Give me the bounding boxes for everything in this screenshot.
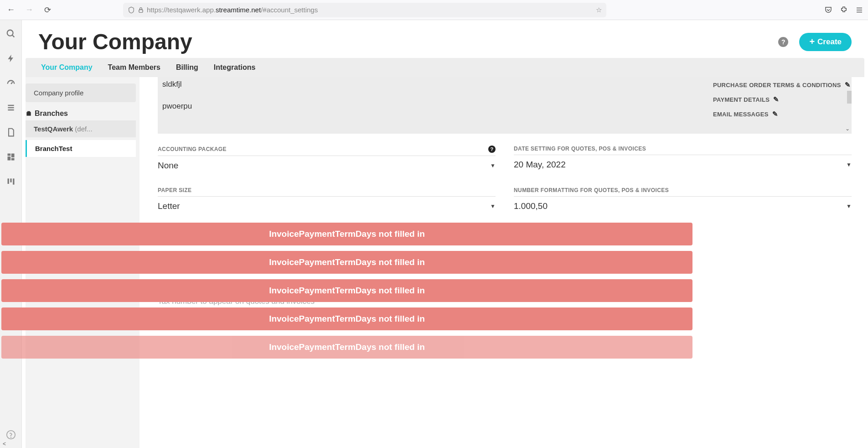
shield-icon — [128, 6, 135, 14]
field-label-date-setting: DATE SETTING FOR QUOTES, POS & INVOICES — [514, 146, 852, 155]
svg-point-18 — [10, 437, 11, 438]
tabs-bar: Your Company Team Members Billing Integr… — [26, 58, 864, 77]
pencil-icon: ✎ — [772, 110, 778, 118]
gauge-icon[interactable] — [5, 78, 16, 89]
chevron-down-icon[interactable]: ⌄ — [845, 125, 850, 132]
browser-chrome: ← → ⟳ https://testqawerk.app.streamtime.… — [0, 0, 868, 20]
branch-item-branchtest[interactable]: BranchTest — [26, 140, 136, 157]
svg-rect-10 — [7, 154, 10, 156]
extensions-icon[interactable] — [840, 6, 848, 14]
error-toast[interactable]: InvoicePaymentTermDays not filled in — [1, 307, 692, 330]
caret-down-icon: ▼ — [490, 162, 496, 169]
pencil-icon: ✎ — [773, 95, 779, 104]
sidebar-section-branches: Branches — [26, 105, 136, 120]
caret-down-icon: ▼ — [846, 203, 852, 209]
list-icon[interactable] — [5, 102, 16, 113]
scroll-left-icon[interactable]: < — [3, 441, 6, 447]
link-po-terms[interactable]: PURCHASE ORDER TERMS & CONDITIONS ✎ — [713, 81, 851, 89]
link-email-messages[interactable]: EMAIL MESSAGES ✎ — [713, 110, 851, 118]
sidebar-item-company-profile[interactable]: Company profile — [26, 83, 136, 102]
svg-line-6 — [11, 82, 13, 84]
bolt-icon[interactable] — [5, 53, 16, 64]
help-icon[interactable]: ? — [488, 146, 496, 153]
svg-rect-11 — [11, 154, 14, 157]
menu-icon[interactable] — [855, 6, 863, 14]
header-help-icon[interactable]: ? — [778, 37, 788, 47]
lock-icon — [138, 7, 144, 13]
url-bar[interactable]: https://testqawerk.app.streamtime.net/#a… — [123, 3, 606, 17]
error-toast[interactable]: InvoicePaymentTermDays not filled in — [1, 279, 692, 302]
document-icon[interactable] — [5, 127, 16, 138]
star-icon[interactable]: ☆ — [596, 6, 602, 14]
select-number-format[interactable]: 1.000,50 ▼ — [514, 197, 852, 216]
tab-your-company[interactable]: Your Company — [41, 63, 93, 72]
field-label-number-format: NUMBER FORMATTING FOR QUOTES, POS & INVO… — [514, 187, 852, 197]
create-button-label: Create — [817, 37, 842, 47]
pencil-icon: ✎ — [845, 81, 851, 89]
svg-rect-13 — [11, 158, 14, 161]
svg-rect-14 — [7, 178, 9, 184]
branch-item-testqawerk[interactable]: TestQAwerk (def... — [26, 120, 136, 137]
page-header: Your Company ? + Create — [22, 20, 868, 58]
svg-rect-12 — [7, 156, 10, 160]
create-button[interactable]: + Create — [799, 33, 852, 51]
svg-line-5 — [12, 35, 14, 37]
svg-point-4 — [7, 30, 13, 36]
error-toast[interactable]: InvoicePaymentTermDays not filled in — [1, 336, 692, 359]
error-toasts: InvoicePaymentTermDays not filled in Inv… — [1, 223, 692, 359]
pocket-icon[interactable] — [824, 6, 832, 14]
error-toast[interactable]: InvoicePaymentTermDays not filled in — [1, 251, 692, 274]
tab-team-members[interactable]: Team Members — [108, 63, 160, 72]
field-label-paper-size: PAPER SIZE — [158, 187, 496, 197]
forward-button[interactable]: → — [23, 4, 36, 16]
plus-icon: + — [809, 36, 815, 47]
svg-rect-15 — [10, 178, 11, 182]
url-text: https://testqawerk.app.streamtime.net/#a… — [147, 6, 318, 14]
page-title: Your Company — [38, 29, 778, 54]
select-paper-size[interactable]: Letter ▼ — [158, 197, 496, 216]
select-accounting-package[interactable]: None ▼ — [158, 156, 496, 175]
error-toast[interactable]: InvoicePaymentTermDays not filled in — [1, 223, 692, 245]
right-links: PURCHASE ORDER TERMS & CONDITIONS ✎ PAYM… — [713, 81, 851, 118]
search-icon[interactable] — [5, 28, 16, 39]
help-icon[interactable] — [6, 430, 16, 440]
grid-icon[interactable] — [5, 151, 16, 162]
back-button[interactable]: ← — [5, 4, 17, 16]
board-icon[interactable] — [5, 176, 16, 187]
tab-billing[interactable]: Billing — [176, 63, 198, 72]
reload-button[interactable]: ⟳ — [41, 4, 54, 16]
building-icon — [26, 110, 32, 117]
caret-down-icon: ▼ — [846, 161, 852, 168]
svg-rect-16 — [13, 178, 14, 184]
field-label-accounting: ACCOUNTING PACKAGE ? — [158, 146, 496, 156]
svg-rect-0 — [139, 10, 143, 12]
svg-rect-20 — [27, 111, 30, 112]
caret-down-icon: ▼ — [490, 203, 496, 209]
svg-rect-19 — [26, 112, 31, 116]
select-date-setting[interactable]: 20 May, 2022 ▼ — [514, 155, 852, 174]
tab-integrations[interactable]: Integrations — [214, 63, 256, 72]
link-payment-details[interactable]: PAYMENT DETAILS ✎ — [713, 95, 851, 104]
